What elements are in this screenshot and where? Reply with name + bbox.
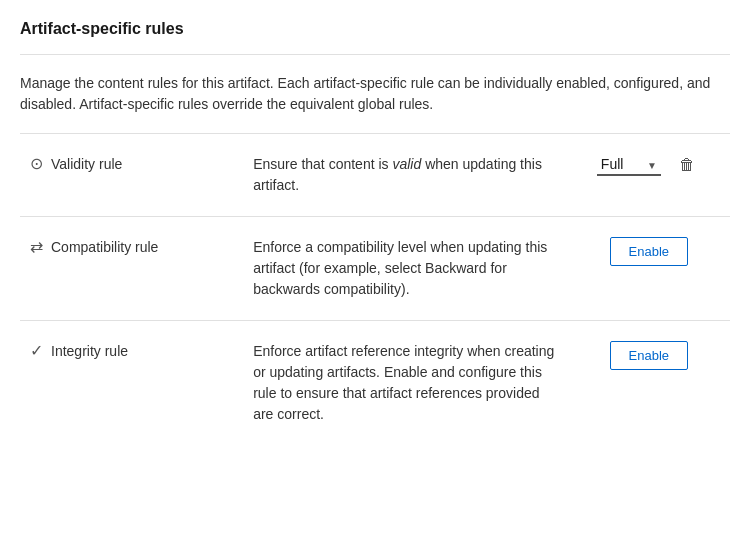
compatibility-desc: Enforce a compatibility level when updat…: [253, 239, 547, 297]
compatibility-rule-name: ⇄ Compatibility rule: [30, 237, 233, 256]
integrity-action-cell: Enable: [568, 321, 730, 446]
delete-icon: 🗑: [679, 156, 695, 173]
integrity-desc: Enforce artifact reference integrity whe…: [253, 343, 554, 422]
validity-icon: ⊙: [30, 154, 43, 173]
validity-desc-italic: valid: [392, 156, 421, 172]
compatibility-enable-button[interactable]: Enable: [610, 237, 688, 266]
compatibility-icon: ⇄: [30, 237, 43, 256]
integrity-enable-button[interactable]: Enable: [610, 341, 688, 370]
table-row: ✓ Integrity rule Enforce artifact refere…: [20, 321, 730, 446]
integrity-rule-label: Integrity rule: [51, 343, 128, 359]
rules-table: ⊙ Validity rule Ensure that content is v…: [20, 133, 730, 445]
table-row: ⊙ Validity rule Ensure that content is v…: [20, 134, 730, 217]
compatibility-desc-cell: Enforce a compatibility level when updat…: [243, 217, 568, 321]
validity-delete-button[interactable]: 🗑: [673, 154, 701, 176]
validity-rule-name: ⊙ Validity rule: [30, 154, 233, 173]
integrity-icon: ✓: [30, 341, 43, 360]
validity-dropdown[interactable]: Full Partial None: [597, 154, 661, 176]
page-description: Manage the content rules for this artifa…: [20, 55, 730, 133]
validity-action-cell: Full Partial None 🗑: [568, 134, 730, 217]
validity-actions: Full Partial None 🗑: [578, 154, 720, 176]
validity-desc-cell: Ensure that content is valid when updati…: [243, 134, 568, 217]
integrity-desc-cell: Enforce artifact reference integrity whe…: [243, 321, 568, 446]
validity-rule-label: Validity rule: [51, 156, 122, 172]
compatibility-action-cell: Enable: [568, 217, 730, 321]
integrity-rule-name: ✓ Integrity rule: [30, 341, 233, 360]
table-row: ⇄ Compatibility rule Enforce a compatibi…: [20, 217, 730, 321]
compatibility-rule-label: Compatibility rule: [51, 239, 158, 255]
page-title: Artifact-specific rules: [20, 20, 730, 38]
validity-dropdown-wrapper: Full Partial None: [597, 154, 661, 176]
page-container: Artifact-specific rules Manage the conte…: [0, 0, 750, 465]
validity-name-cell: ⊙ Validity rule: [20, 134, 243, 217]
integrity-name-cell: ✓ Integrity rule: [20, 321, 243, 446]
validity-desc-prefix: Ensure that content is: [253, 156, 392, 172]
compatibility-name-cell: ⇄ Compatibility rule: [20, 217, 243, 321]
